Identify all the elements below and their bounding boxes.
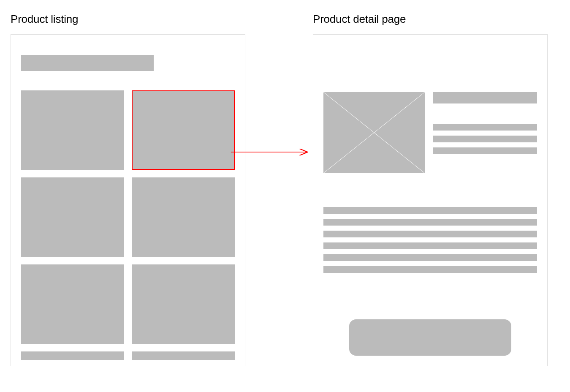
description-line — [323, 207, 537, 214]
product-image-placeholder — [323, 92, 425, 173]
description-line — [323, 231, 537, 237]
product-card[interactable] — [132, 264, 235, 344]
product-meta-line — [433, 136, 537, 142]
image-x-icon — [323, 92, 425, 173]
product-card-selected[interactable] — [132, 90, 235, 170]
description-line — [323, 254, 537, 261]
description-block — [323, 207, 537, 273]
detail-header-row — [323, 92, 537, 173]
product-card[interactable] — [21, 351, 124, 360]
product-card[interactable] — [132, 177, 235, 257]
listing-column: Product listing — [11, 13, 245, 366]
product-grid — [21, 90, 235, 360]
detail-title: Product detail page — [313, 13, 548, 26]
description-line — [323, 219, 537, 226]
listing-header-placeholder — [21, 55, 154, 71]
product-meta-line — [433, 124, 537, 131]
description-line — [323, 242, 537, 249]
description-line — [323, 266, 537, 273]
diagram-container: Product listing Product detail page — [0, 0, 570, 379]
listing-title: Product listing — [11, 13, 245, 26]
product-card[interactable] — [21, 264, 124, 344]
product-card[interactable] — [21, 90, 124, 170]
product-card[interactable] — [21, 177, 124, 257]
product-title-placeholder — [433, 92, 537, 103]
detail-column: Product detail page — [313, 13, 548, 366]
product-meta-line — [433, 147, 537, 154]
cta-button-placeholder[interactable] — [349, 319, 511, 356]
listing-wireframe — [11, 34, 245, 366]
product-info-block — [433, 92, 537, 173]
product-card[interactable] — [132, 351, 235, 360]
detail-wireframe — [313, 34, 548, 366]
